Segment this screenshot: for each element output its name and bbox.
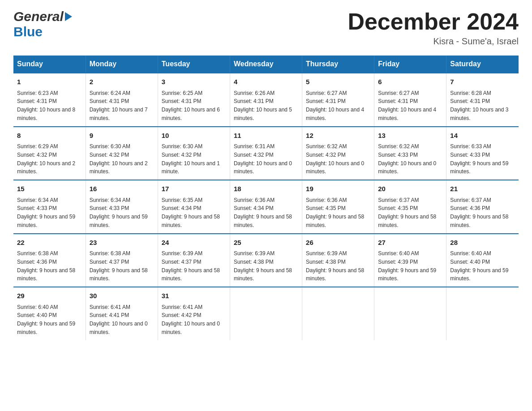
day-info: Sunrise: 6:23 AMSunset: 4:31 PMDaylight:… bbox=[17, 90, 75, 121]
calendar-cell: 9Sunrise: 6:30 AMSunset: 4:32 PMDaylight… bbox=[86, 127, 158, 180]
calendar-cell bbox=[302, 287, 374, 340]
day-info: Sunrise: 6:38 AMSunset: 4:36 PMDaylight:… bbox=[17, 250, 75, 282]
weekday-header-wednesday: Wednesday bbox=[230, 56, 302, 73]
day-number: 10 bbox=[162, 131, 226, 141]
calendar-cell: 4Sunrise: 6:26 AMSunset: 4:31 PMDaylight… bbox=[230, 73, 302, 127]
calendar-cell: 28Sunrise: 6:40 AMSunset: 4:40 PMDayligh… bbox=[446, 234, 519, 287]
weekday-header-tuesday: Tuesday bbox=[158, 56, 230, 73]
day-info: Sunrise: 6:39 AMSunset: 4:38 PMDaylight:… bbox=[234, 250, 292, 282]
day-number: 12 bbox=[306, 131, 370, 141]
day-number: 9 bbox=[90, 131, 154, 141]
day-info: Sunrise: 6:35 AMSunset: 4:34 PMDaylight:… bbox=[162, 197, 220, 228]
day-number: 22 bbox=[17, 238, 82, 248]
weekday-header-friday: Friday bbox=[374, 56, 446, 73]
calendar-cell: 26Sunrise: 6:39 AMSunset: 4:38 PMDayligh… bbox=[302, 234, 374, 287]
week-row-3: 15Sunrise: 6:34 AMSunset: 4:33 PMDayligh… bbox=[13, 180, 519, 234]
calendar-cell: 25Sunrise: 6:39 AMSunset: 4:38 PMDayligh… bbox=[230, 234, 302, 287]
day-info: Sunrise: 6:40 AMSunset: 4:40 PMDaylight:… bbox=[17, 304, 75, 335]
day-number: 13 bbox=[378, 131, 442, 141]
day-number: 24 bbox=[162, 238, 226, 248]
logo-arrow-icon bbox=[65, 12, 72, 21]
calendar-cell: 18Sunrise: 6:36 AMSunset: 4:34 PMDayligh… bbox=[230, 180, 302, 234]
day-info: Sunrise: 6:36 AMSunset: 4:34 PMDaylight:… bbox=[234, 197, 292, 228]
day-info: Sunrise: 6:39 AMSunset: 4:37 PMDaylight:… bbox=[162, 250, 220, 282]
week-row-2: 8Sunrise: 6:29 AMSunset: 4:32 PMDaylight… bbox=[13, 127, 519, 180]
page-header: General Blue December 2024 Kisra - Sume'… bbox=[13, 9, 519, 47]
calendar-cell: 24Sunrise: 6:39 AMSunset: 4:37 PMDayligh… bbox=[158, 234, 230, 287]
day-info: Sunrise: 6:41 AMSunset: 4:42 PMDaylight:… bbox=[162, 304, 220, 335]
calendar-cell: 8Sunrise: 6:29 AMSunset: 4:32 PMDaylight… bbox=[13, 127, 86, 180]
week-row-5: 29Sunrise: 6:40 AMSunset: 4:40 PMDayligh… bbox=[13, 287, 519, 340]
week-row-4: 22Sunrise: 6:38 AMSunset: 4:36 PMDayligh… bbox=[13, 234, 519, 287]
weekday-header-monday: Monday bbox=[86, 56, 158, 73]
day-number: 28 bbox=[450, 238, 515, 248]
day-info: Sunrise: 6:30 AMSunset: 4:32 PMDaylight:… bbox=[162, 143, 220, 175]
day-number: 21 bbox=[450, 184, 515, 194]
calendar-cell: 31Sunrise: 6:41 AMSunset: 4:42 PMDayligh… bbox=[158, 287, 230, 340]
day-info: Sunrise: 6:34 AMSunset: 4:33 PMDaylight:… bbox=[90, 197, 148, 228]
day-info: Sunrise: 6:41 AMSunset: 4:41 PMDaylight:… bbox=[90, 304, 148, 335]
calendar-cell: 22Sunrise: 6:38 AMSunset: 4:36 PMDayligh… bbox=[13, 234, 86, 287]
calendar-cell: 6Sunrise: 6:27 AMSunset: 4:31 PMDaylight… bbox=[374, 73, 446, 127]
day-number: 7 bbox=[450, 77, 515, 87]
day-info: Sunrise: 6:38 AMSunset: 4:37 PMDaylight:… bbox=[90, 250, 148, 282]
calendar-cell: 27Sunrise: 6:40 AMSunset: 4:39 PMDayligh… bbox=[374, 234, 446, 287]
month-title: December 2024 bbox=[348, 9, 519, 34]
day-number: 30 bbox=[90, 291, 154, 301]
day-info: Sunrise: 6:39 AMSunset: 4:38 PMDaylight:… bbox=[306, 250, 364, 282]
day-number: 6 bbox=[378, 77, 442, 87]
calendar-cell: 17Sunrise: 6:35 AMSunset: 4:34 PMDayligh… bbox=[158, 180, 230, 234]
weekday-header-sunday: Sunday bbox=[13, 56, 86, 73]
calendar-cell: 15Sunrise: 6:34 AMSunset: 4:33 PMDayligh… bbox=[13, 180, 86, 234]
day-number: 4 bbox=[234, 77, 298, 87]
calendar-cell bbox=[230, 287, 302, 340]
day-info: Sunrise: 6:31 AMSunset: 4:32 PMDaylight:… bbox=[234, 143, 292, 175]
calendar-cell: 23Sunrise: 6:38 AMSunset: 4:37 PMDayligh… bbox=[86, 234, 158, 287]
day-info: Sunrise: 6:27 AMSunset: 4:31 PMDaylight:… bbox=[378, 90, 436, 121]
day-info: Sunrise: 6:27 AMSunset: 4:31 PMDaylight:… bbox=[306, 90, 364, 121]
day-number: 1 bbox=[17, 77, 82, 87]
day-number: 3 bbox=[162, 77, 226, 87]
day-number: 5 bbox=[306, 77, 370, 87]
calendar-cell: 5Sunrise: 6:27 AMSunset: 4:31 PMDaylight… bbox=[302, 73, 374, 127]
day-info: Sunrise: 6:30 AMSunset: 4:32 PMDaylight:… bbox=[90, 143, 148, 175]
weekday-header-row: SundayMondayTuesdayWednesdayThursdayFrid… bbox=[13, 56, 519, 73]
logo-blue: Blue bbox=[13, 24, 43, 39]
day-number: 29 bbox=[17, 291, 82, 301]
day-info: Sunrise: 6:29 AMSunset: 4:32 PMDaylight:… bbox=[17, 143, 75, 175]
day-info: Sunrise: 6:26 AMSunset: 4:31 PMDaylight:… bbox=[234, 90, 292, 121]
day-number: 18 bbox=[234, 184, 298, 194]
day-number: 15 bbox=[17, 184, 82, 194]
weekday-header-saturday: Saturday bbox=[446, 56, 519, 73]
day-number: 19 bbox=[306, 184, 370, 194]
calendar-cell: 29Sunrise: 6:40 AMSunset: 4:40 PMDayligh… bbox=[13, 287, 86, 340]
day-number: 11 bbox=[234, 131, 298, 141]
calendar-cell: 12Sunrise: 6:32 AMSunset: 4:32 PMDayligh… bbox=[302, 127, 374, 180]
day-info: Sunrise: 6:37 AMSunset: 4:35 PMDaylight:… bbox=[378, 197, 436, 228]
calendar-cell: 30Sunrise: 6:41 AMSunset: 4:41 PMDayligh… bbox=[86, 287, 158, 340]
calendar-cell: 1Sunrise: 6:23 AMSunset: 4:31 PMDaylight… bbox=[13, 73, 86, 127]
day-number: 25 bbox=[234, 238, 298, 248]
day-number: 20 bbox=[378, 184, 442, 194]
week-row-1: 1Sunrise: 6:23 AMSunset: 4:31 PMDaylight… bbox=[13, 73, 519, 127]
calendar-cell: 7Sunrise: 6:28 AMSunset: 4:31 PMDaylight… bbox=[446, 73, 519, 127]
logo: General Blue bbox=[13, 9, 73, 39]
calendar-cell: 14Sunrise: 6:33 AMSunset: 4:33 PMDayligh… bbox=[446, 127, 519, 180]
calendar-cell: 20Sunrise: 6:37 AMSunset: 4:35 PMDayligh… bbox=[374, 180, 446, 234]
weekday-header-thursday: Thursday bbox=[302, 56, 374, 73]
calendar-cell: 2Sunrise: 6:24 AMSunset: 4:31 PMDaylight… bbox=[86, 73, 158, 127]
calendar-cell: 19Sunrise: 6:36 AMSunset: 4:35 PMDayligh… bbox=[302, 180, 374, 234]
day-number: 2 bbox=[90, 77, 154, 87]
calendar-cell bbox=[446, 287, 519, 340]
day-number: 31 bbox=[162, 291, 226, 301]
day-number: 14 bbox=[450, 131, 515, 141]
day-number: 17 bbox=[162, 184, 226, 194]
day-number: 16 bbox=[90, 184, 154, 194]
day-info: Sunrise: 6:25 AMSunset: 4:31 PMDaylight:… bbox=[162, 90, 220, 121]
calendar-cell bbox=[374, 287, 446, 340]
day-info: Sunrise: 6:28 AMSunset: 4:31 PMDaylight:… bbox=[450, 90, 508, 121]
day-info: Sunrise: 6:24 AMSunset: 4:31 PMDaylight:… bbox=[90, 90, 148, 121]
location-subtitle: Kisra - Sume'a, Israel bbox=[348, 36, 519, 47]
day-info: Sunrise: 6:32 AMSunset: 4:33 PMDaylight:… bbox=[378, 143, 436, 175]
calendar-table: SundayMondayTuesdayWednesdayThursdayFrid… bbox=[13, 56, 519, 340]
